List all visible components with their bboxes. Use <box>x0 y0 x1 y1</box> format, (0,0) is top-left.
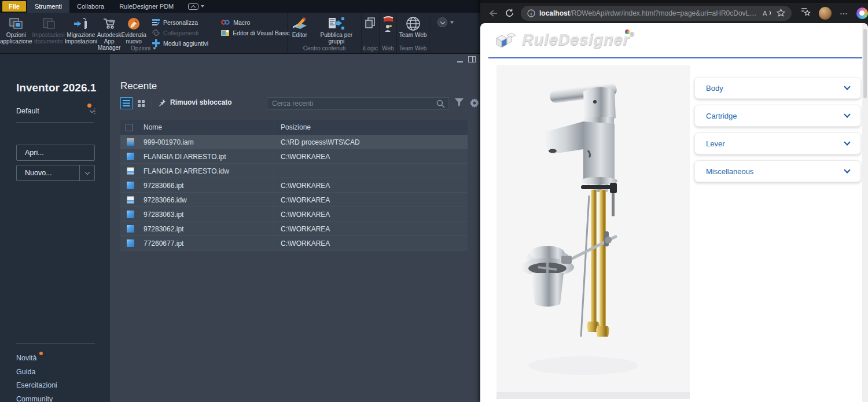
tab-collabora[interactable]: Collabora <box>69 0 112 13</box>
select-all-checkbox[interactable] <box>126 124 133 131</box>
file-path: C:\WORKAREA <box>274 193 468 207</box>
profile-name: Default <box>16 107 90 115</box>
accordion-label: Body <box>706 84 845 93</box>
file-path: C:\WORKAREA <box>274 178 468 193</box>
panel-layout-button[interactable] <box>468 56 476 62</box>
group-label-ilogic[interactable]: iLogic <box>362 45 379 51</box>
btn-evidenzia-nuovo[interactable]: Evidenzia nuovo <box>122 14 146 45</box>
scrollbar-thumb[interactable] <box>863 29 867 98</box>
ribbon-group-centro-contenuti: Editor Pubblica per gruppi Centro conten… <box>288 13 362 53</box>
new-button-dropdown[interactable] <box>79 165 94 180</box>
btn-editor[interactable]: Editor <box>288 14 312 38</box>
sidebar-links: NovitàGuidaEsercitazioniCommunity <box>16 343 95 402</box>
url-text[interactable]: localhost/RDWebApi/rdwr/index.html?mode=… <box>539 9 759 17</box>
site-info-icon[interactable] <box>527 9 535 17</box>
page-scrollbar[interactable] <box>862 23 868 402</box>
browser-profile-avatar[interactable] <box>819 7 832 20</box>
app-title: Inventor 2026.1 <box>16 82 96 94</box>
new-badge-dot <box>39 352 43 355</box>
profile-selector[interactable]: Default ⋮ <box>16 107 94 123</box>
refresh-button[interactable] <box>501 9 517 17</box>
copilot-icon[interactable] <box>856 8 868 19</box>
btn-team-web[interactable]: Team Web <box>397 14 429 38</box>
btn-editor-visual-basic[interactable]: Editor di Visual Basic <box>221 29 289 36</box>
home-sidebar: Inventor 2026.1 Default ⋮ Apri... Nuovo.… <box>0 54 110 402</box>
panel-minimize-button[interactable] <box>457 61 463 62</box>
recent-file-row[interactable]: 97283062.iptC:\WORKAREA <box>120 222 468 236</box>
ribbon-display-toggle[interactable] <box>188 0 204 13</box>
column-header-posizione[interactable]: Posizione <box>274 120 468 135</box>
file-type-icon-ipt <box>127 153 134 160</box>
list-view-button[interactable] <box>120 97 133 109</box>
recent-file-row[interactable]: 97283063.iptC:\WORKAREA <box>120 207 468 222</box>
btn-pubblica-per-gruppi[interactable]: Pubblica per gruppi <box>312 14 361 45</box>
search-input[interactable] <box>267 99 436 108</box>
collections-icon[interactable] <box>801 8 811 19</box>
faucet-3d-render <box>496 65 690 399</box>
browser-page: RuleDesigner® <box>480 23 868 402</box>
browser-toolbar: localhost/RDWebApi/rdwr/index.html?mode=… <box>480 0 868 23</box>
vb-editor-icon <box>221 29 229 36</box>
browser-menu-icon[interactable]: ⋯ <box>840 9 848 18</box>
file-type-icon-idw <box>127 167 134 175</box>
remove-unpinned-button[interactable]: Rimuovi sbloccato <box>159 98 232 106</box>
help-book-icon[interactable] <box>383 16 393 23</box>
group-label-opzioni[interactable]: Opzioni <box>0 45 287 51</box>
btn-macro[interactable]: Macro <box>221 19 289 26</box>
application-options-icon <box>9 16 24 32</box>
group-label-centro-contenuti[interactable]: Centro contenuti <box>288 45 361 51</box>
tab-ruledesigner-pdm[interactable]: RuleDesigner PDM <box>112 0 181 13</box>
file-name: 97283066.ipt <box>144 182 274 190</box>
recent-file-row[interactable]: 77260677.iptC:\WORKAREA <box>120 236 468 250</box>
group-label-web[interactable]: Web <box>380 45 396 51</box>
ribbon-help-dropdown[interactable] <box>437 17 447 27</box>
read-aloud-icon[interactable]: A <box>763 9 773 17</box>
btn-opzioni-applicazione[interactable]: Opzioni applicazione <box>0 14 32 45</box>
accordion-body[interactable]: Body <box>694 77 861 99</box>
registered-mark: ® <box>630 31 634 38</box>
ilogic-copy-icon[interactable] <box>365 14 376 29</box>
accordion-lever[interactable]: Lever <box>694 132 861 154</box>
grid-view-button[interactable] <box>135 97 147 109</box>
sidebar-link-esercitazioni[interactable]: Esercitazioni <box>16 381 57 389</box>
recent-file-row[interactable]: FLANGIA DI ARRESTO.idw <box>120 164 468 178</box>
content-editor-icon <box>292 16 308 32</box>
btn-personalizza[interactable]: Personalizza <box>152 19 208 26</box>
accordion-cartridge[interactable]: Cartridge <box>694 105 861 127</box>
tab-file[interactable]: File <box>2 1 26 12</box>
group-label-team-web[interactable]: Team Web <box>397 45 429 51</box>
ribbon-group-team-web: Team Web Team Web <box>397 13 429 53</box>
button-label: Editor di Visual Basic <box>233 29 289 36</box>
search-icon[interactable] <box>436 99 445 108</box>
recent-file-row[interactable]: 97283066.idwC:\WORKAREA <box>120 193 468 207</box>
btn-migrazione-impostazioni[interactable]: Migrazione Impostazioni <box>65 14 97 45</box>
product-viewer[interactable] <box>496 65 690 399</box>
accordion-label: Miscellaneous <box>706 167 845 176</box>
accordion-miscellaneous[interactable]: Miscellaneous <box>694 160 861 182</box>
publish-groups-icon <box>328 16 345 32</box>
column-header-nome[interactable]: Nome <box>144 123 274 131</box>
file-name: 97283063.ipt <box>144 211 274 219</box>
recent-search[interactable] <box>267 97 449 110</box>
profile-menu-icon[interactable]: ⋮ <box>91 108 98 115</box>
recent-table-body: 999-001970.iamC:\RD process\WTS\CADFLANG… <box>120 135 468 250</box>
ribbon: Opzioni applicazione Impostazioni docume… <box>0 13 480 54</box>
community-person-icon[interactable] <box>384 24 392 32</box>
sidebar-link-novit-[interactable]: Novità <box>16 354 36 362</box>
recent-file-row[interactable]: FLANGIA DI ARRESTO.iptC:\WORKAREA <box>120 149 468 164</box>
recent-file-row[interactable]: 999-001970.iamC:\RD process\WTS\CAD <box>120 135 468 149</box>
favorite-star-icon[interactable] <box>777 9 785 17</box>
filter-icon[interactable] <box>455 98 465 108</box>
sidebar-link-guida[interactable]: Guida <box>16 368 35 376</box>
back-button[interactable] <box>485 9 501 17</box>
new-button[interactable]: Nuovo... <box>16 165 95 181</box>
ruledesigner-cube-logo <box>493 31 516 52</box>
inventor-tab-bar: FileStrumentiCollaboraRuleDesigner PDM <box>0 0 480 13</box>
address-bar[interactable]: localhost/RDWebApi/rdwr/index.html?mode=… <box>521 6 792 21</box>
gear-icon[interactable] <box>470 98 480 108</box>
tab-strumenti[interactable]: Strumenti <box>27 0 69 13</box>
recent-file-row[interactable]: 97283066.iptC:\WORKAREA <box>120 178 468 193</box>
sidebar-link-community[interactable]: Community <box>16 395 53 402</box>
button-label: Pubblica per gruppi <box>312 32 361 45</box>
open-button[interactable]: Apri... <box>16 145 95 161</box>
